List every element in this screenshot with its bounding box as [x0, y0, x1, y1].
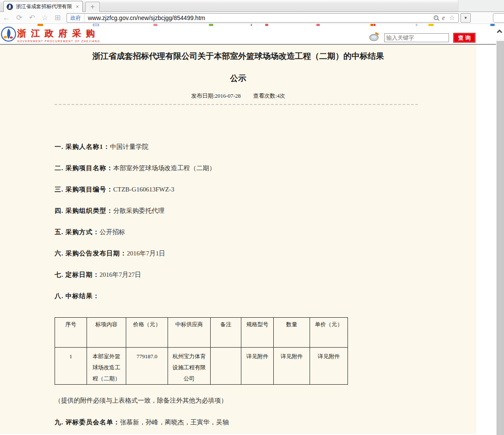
page-title-line1: 浙江省成套招标代理有限公司关于本部室外篮球场场改造工程（二期）的中标结果 [0, 50, 476, 63]
site-brand: 浙 江 政 府 采 购 GOVERNMENT PROCUREMENT OF ZH… [17, 27, 100, 43]
apps-grid-icon[interactable]: ⊞ [51, 12, 64, 23]
table-cell: 779187.0 [126, 348, 168, 385]
toolbar-search-box-partial[interactable] [493, 13, 504, 23]
col-header: 价格（元） [126, 318, 168, 348]
attachment-note: （提供的附件必须与上表格式一致，除备注外其他为必填项） [55, 397, 476, 405]
url-dropdown-icon[interactable]: ▼ [461, 13, 471, 23]
search-magnifier-icon [369, 32, 380, 44]
tab-title: 浙江省成套招标代理有限公 [16, 3, 72, 10]
url-text[interactable]: www.zjzfcg.gov.cn/new/sjzbcjgg/854499.ht… [84, 14, 434, 21]
list-item: 二. 采购项目名称：本部室外篮球场场改造工程（二期） [55, 164, 476, 172]
list-item: 五. 采购方式：公开招标 [55, 228, 476, 236]
col-header: 规格型号 [241, 318, 274, 348]
dashed-divider [55, 104, 418, 105]
favicon-fragment [265, 24, 268, 26]
table-row: 1 本部室外篮球场改造工程（二期） 779187.0 杭州宝力体育设施工程有限公… [55, 348, 348, 385]
favicon-fragment [154, 24, 157, 26]
site-brand-en: GOVERNMENT PROCUREMENT OF ZHEJIANG [17, 40, 100, 43]
item-list: 一. 采购人名称1：中国计量学院 二. 采购项目名称：本部室外篮球场场改造工程（… [55, 142, 476, 300]
list-item: 八. 中标结果： [55, 292, 476, 300]
site-category-badge: 政府 [67, 14, 84, 22]
ie-mode-icon[interactable]: e [442, 14, 445, 22]
favicon-fragment [316, 24, 320, 26]
site-brand-cn: 浙 江 政 府 采 购 [17, 27, 100, 39]
page-viewport: 浙 江 政 府 采 购 GOVERNMENT PROCUREMENT OF ZH… [0, 24, 496, 435]
favicon-fragment [370, 24, 376, 26]
evaluation-committee-label: 九. 评标委员会名单： [55, 419, 120, 426]
table-cell: 1 [55, 348, 87, 385]
site-favicon-icon [6, 3, 13, 10]
table-cell [211, 348, 241, 385]
favorites-star-icon[interactable]: ☆ [38, 12, 51, 23]
col-header: 标项内容 [87, 318, 126, 348]
table-cell: 本部室外篮球场改造工程（二期） [87, 348, 126, 385]
page-title-line2: 公示 [0, 72, 476, 85]
list-item: 四. 采购组织类型：分散采购委托代理 [55, 206, 476, 215]
site-logo-icon [1, 26, 16, 44]
list-item: 六. 采购公告发布日期：2016年7月1日 [55, 249, 476, 258]
evaluation-committee: 九. 评标委员会名单：张慕新，孙峰，蔺晓杰，王寅华，吴轴 [55, 418, 476, 426]
col-header: 单价（元） [310, 318, 348, 348]
favicon-fragment [429, 24, 434, 26]
browser-window: 浙江省成套招标代理有限公 × + ← ⟳ ↶ ☆ ⊞ 政府 www.zjzfcg… [0, 0, 504, 435]
site-header: 浙 江 政 府 采 购 GOVERNMENT PROCUREMENT OF ZH… [0, 30, 496, 45]
undo-icon[interactable]: ↶ [26, 12, 38, 23]
col-header: 备注 [211, 318, 241, 348]
favicon-fragment [209, 24, 213, 26]
tab-close-icon[interactable]: × [75, 3, 80, 10]
new-tab-button[interactable]: + [85, 2, 100, 12]
list-item: 三. 采购项目编号：CTZB-G160613FWZ-3 [55, 185, 476, 194]
vertical-scrollbar[interactable] [496, 24, 504, 435]
site-search-zone: 查 询 [369, 32, 475, 44]
table-cell: 详见附件 [310, 348, 348, 385]
bookmark-star-icon[interactable]: ☆ [449, 14, 455, 22]
favicon-fragment [38, 24, 43, 26]
table-cell: 详见附件 [241, 348, 274, 385]
list-item: 一. 采购人名称1：中国计量学院 [55, 142, 476, 151]
back-icon[interactable]: ← [0, 12, 13, 23]
view-count: 查看次数:4次 [253, 93, 285, 99]
tab-bar: 浙江省成套招标代理有限公 × + [0, 0, 504, 12]
table-cell: 详见附件 [274, 348, 310, 385]
favicon-fragment [251, 24, 252, 26]
favicon-fragment [93, 24, 99, 26]
col-header: 序号 [55, 318, 87, 348]
browser-tab[interactable]: 浙江省成套招标代理有限公 × [3, 1, 83, 12]
scrollbar-thumb[interactable] [496, 41, 504, 435]
browser-toolbar: ← ⟳ ↶ ☆ ⊞ 政府 www.zjzfcg.gov.cn/new/sjzbc… [0, 12, 504, 24]
article-content: 浙江省成套招标代理有限公司关于本部室外篮球场场改造工程（二期）的中标结果 公示 … [0, 45, 476, 434]
bid-result-table: 序号 标项内容 价格（元） 中标供应商 备注 规格型号 数量 单价（元） 1 本… [55, 317, 348, 385]
scroll-up-button[interactable] [496, 24, 504, 39]
table-cell: 杭州宝力体育设施工程有限公司 [168, 348, 211, 385]
evaluation-committee-names: 张慕新，孙峰，蔺晓杰，王寅华，吴轴 [120, 419, 229, 426]
refresh-icon[interactable]: ⟳ [13, 12, 26, 23]
tabbar-empty-area [458, 0, 504, 12]
zoom-in-icon[interactable]: + [434, 15, 438, 20]
favicon-fragment [416, 24, 417, 26]
col-header: 数量 [274, 318, 310, 348]
article-meta: 发布日期:2016-07-28 查看次数:4次 [0, 92, 476, 100]
search-button[interactable]: 查 询 [453, 33, 475, 43]
address-bar[interactable]: 政府 www.zjzfcg.gov.cn/new/sjzbcjgg/854499… [67, 13, 459, 23]
chevron-up-icon [497, 29, 502, 35]
favicon-fragment [490, 24, 495, 26]
table-header-row: 序号 标项内容 价格（元） 中标供应商 备注 规格型号 数量 单价（元） [55, 318, 348, 348]
publish-date: 发布日期:2016-07-28 [191, 93, 240, 99]
col-header: 中标供应商 [168, 318, 211, 348]
list-item: 七. 定标日期：2016年7月27日 [55, 270, 476, 279]
search-input[interactable] [384, 33, 449, 42]
